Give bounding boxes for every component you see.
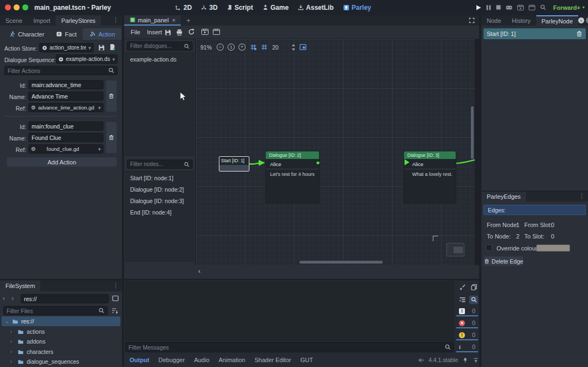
dialogue-sequence-select[interactable]: example-action.ds ▾	[56, 54, 118, 64]
vertical-scrollbar[interactable]	[471, 106, 474, 159]
warning-count-toggle[interactable]: ! 0	[456, 331, 478, 340]
zoom-in-button[interactable]: +	[238, 44, 246, 51]
pause-button[interactable]	[486, 5, 491, 10]
tab-parleynode[interactable]: ParleyNode	[536, 15, 578, 26]
tab-debugger[interactable]: Debugger	[158, 357, 185, 363]
expand-icon[interactable]: ›	[10, 339, 15, 344]
action2-delete-button[interactable]	[106, 121, 117, 154]
insert-menu[interactable]: Insert	[147, 29, 162, 35]
test-dialogue-button[interactable]	[201, 29, 209, 35]
menu-3d[interactable]: 3D	[201, 4, 217, 11]
list-item[interactable]: example-action.ds	[126, 53, 193, 66]
graph-canvas[interactable]: 91% − 1 + 20 Start [ID: 1] Dialogue [ID:…	[196, 39, 475, 265]
expand-icon[interactable]: ›	[10, 329, 15, 334]
graph-node-start[interactable]: Start [ID: 1]	[219, 156, 249, 172]
current-path-field[interactable]: res://	[21, 294, 109, 303]
delete-edge-button[interactable]: Delete Edge	[483, 256, 524, 266]
minimap[interactable]	[446, 243, 464, 256]
mute-audio-icon[interactable]	[418, 357, 424, 363]
clear-output-icon[interactable]	[459, 284, 466, 291]
tab-shader-editor[interactable]: Shader Editor	[254, 357, 291, 363]
snap-toggle-icon[interactable]	[261, 44, 268, 51]
zoom-out-button[interactable]: −	[217, 44, 224, 51]
list-item[interactable]: Dialogue [ID: node:3]	[126, 194, 193, 206]
edges-header[interactable]: Edges:	[483, 205, 586, 215]
snap-distance-value[interactable]: 20	[272, 44, 279, 51]
error-count-toggle[interactable]: ✕ 0	[456, 319, 478, 328]
action1-id-input[interactable]	[28, 80, 103, 89]
collapse-messages-icon[interactable]	[459, 296, 466, 303]
save-store-button[interactable]	[98, 44, 105, 51]
reset-button[interactable]	[188, 28, 195, 35]
action1-ref-select[interactable]: ⚙ advance_time_action.gd ▾	[28, 103, 103, 112]
search-messages-button[interactable]	[469, 295, 479, 304]
tab-import[interactable]: Import	[28, 15, 56, 26]
sort-files-icon[interactable]	[111, 307, 118, 314]
expand-icon[interactable]: ›	[10, 359, 15, 364]
tree-item-dialogue-sequences[interactable]: › dialogue_sequences	[2, 357, 120, 366]
tree-item-addons[interactable]: › addons	[2, 337, 120, 346]
selected-node-header[interactable]: Start [ID: 1]	[483, 28, 586, 39]
tab-scene[interactable]: Scene	[0, 15, 28, 26]
tab-parleystores[interactable]: ParleyStores	[56, 15, 101, 26]
log-count-toggle[interactable]: ! 0	[456, 307, 478, 316]
dock-next-icon[interactable]: ›	[586, 17, 588, 23]
tab-filesystem[interactable]: FileSystem	[0, 280, 40, 291]
menu-2d[interactable]: 2D	[175, 4, 192, 11]
menu-parley[interactable]: Parley	[343, 4, 371, 11]
menu-assetlib[interactable]: AssetLib	[298, 4, 334, 11]
action1-delete-button[interactable]	[106, 80, 117, 112]
test-from-node-button[interactable]	[213, 29, 220, 35]
override-colour-checkbox[interactable]	[486, 244, 492, 251]
list-item[interactable]: End [ID: node:4]	[126, 206, 193, 217]
close-icon[interactable]: ×	[172, 17, 175, 23]
tab-history[interactable]: History	[506, 15, 536, 26]
minimap-toggle-icon[interactable]	[299, 44, 307, 51]
print-button[interactable]	[176, 29, 183, 36]
filter-actions-input[interactable]	[4, 66, 118, 75]
expand-icon[interactable]: ›	[10, 349, 15, 354]
info-count-toggle[interactable]: i 0	[456, 342, 478, 352]
filter-nodes-input[interactable]	[127, 160, 193, 169]
tab-animation[interactable]: Animation	[219, 357, 246, 363]
tab-character[interactable]: Character	[3, 28, 50, 40]
copy-output-icon[interactable]	[470, 284, 477, 291]
pin-bottom-panel-icon[interactable]	[462, 357, 468, 363]
output-log-area[interactable]	[125, 282, 454, 341]
colour-swatch[interactable]	[536, 244, 570, 252]
tab-main-panel[interactable]: main_panel ×	[124, 15, 181, 26]
distraction-free-icon[interactable]	[464, 15, 479, 26]
tab-node[interactable]: Node	[481, 15, 506, 26]
parleyedges-menu-icon[interactable]: ⋮	[575, 192, 588, 201]
collapse-icon[interactable]: ⌄	[5, 319, 9, 324]
history-forward-button[interactable]: ›	[11, 295, 14, 302]
left-dock-menu-icon[interactable]: ⋮	[109, 15, 122, 26]
list-item[interactable]: Start [ID: node:1]	[126, 172, 193, 183]
traffic-light-minimize-icon[interactable]	[14, 4, 20, 10]
traffic-light-zoom-icon[interactable]	[22, 4, 28, 10]
list-item[interactable]: Dialogue [ID: node:2]	[126, 183, 193, 194]
new-tab-button[interactable]: +	[181, 15, 196, 26]
tree-item-characters[interactable]: › characters	[2, 347, 120, 357]
history-back-button[interactable]: ‹	[3, 295, 5, 302]
tab-parleyedges[interactable]: ParleyEdges	[481, 192, 526, 201]
dock-prev-icon[interactable]: ‹	[578, 17, 584, 23]
filter-dialogues-input[interactable]	[127, 41, 193, 51]
filter-messages-input[interactable]	[125, 342, 454, 352]
tab-gut[interactable]: GUT	[301, 357, 313, 363]
split-view-icon[interactable]	[112, 295, 119, 302]
action2-id-input[interactable]	[28, 121, 103, 131]
trash-icon[interactable]	[576, 30, 583, 37]
tree-item-actions[interactable]: › actions	[2, 327, 120, 337]
tree-item-root[interactable]: ⌄ res://	[2, 316, 120, 326]
file-menu[interactable]: File	[131, 29, 140, 35]
new-store-button[interactable]	[109, 44, 116, 51]
profiler-search-icon[interactable]	[540, 4, 546, 10]
action2-name-input[interactable]	[28, 133, 103, 142]
filter-files-input[interactable]	[3, 306, 108, 315]
zoom-reset-button[interactable]: 1	[228, 44, 235, 51]
action2-ref-select[interactable]: ⚙ found_clue.gd ▾	[28, 144, 103, 154]
remote-debug-button[interactable]	[506, 5, 512, 10]
tab-output[interactable]: Output	[130, 357, 149, 363]
collapse-left-icon[interactable]: ‹	[198, 267, 200, 275]
